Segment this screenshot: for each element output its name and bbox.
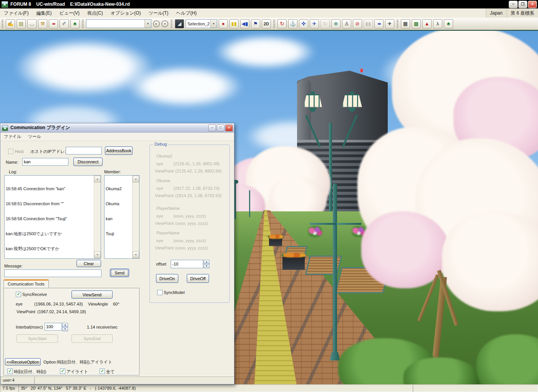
model-tool-button[interactable]: ⚒ xyxy=(38,19,47,28)
interval-spinner[interactable]: ▲▼ xyxy=(62,323,68,331)
disconnect-button[interactable]: Disconnect xyxy=(73,158,103,166)
chevron-down-icon[interactable]: ▼ xyxy=(210,20,217,28)
name-input[interactable] xyxy=(22,158,68,166)
map-grid-button[interactable]: ▩ xyxy=(412,19,421,28)
member-item[interactable]: Okuma xyxy=(106,201,132,206)
close-button[interactable]: × xyxy=(528,1,537,8)
host-ip-input[interactable] xyxy=(66,147,102,154)
send-button[interactable]: Send xyxy=(110,269,129,277)
dialog-titlebar[interactable]: Communication プラグイン – □ × xyxy=(0,123,234,133)
syncreceive-checkbox[interactable]: ✓ xyxy=(16,292,21,297)
spin-down-icon[interactable]: ▼ xyxy=(62,327,68,331)
dialog-minimize-button[interactable]: – xyxy=(208,125,216,131)
road-edit-button[interactable]: ▦ xyxy=(401,19,410,28)
scroll-down-icon[interactable]: ▼ xyxy=(133,251,139,258)
debug-eye-value: (2917.22, 1.08, 8733.70) xyxy=(173,186,219,191)
rotate-view-button[interactable]: ↻ xyxy=(277,19,287,28)
globe-icon: ⊕ xyxy=(334,21,338,27)
pan-view-button[interactable]: ✜ xyxy=(299,19,308,28)
helicopter-view-button[interactable]: ✈ xyxy=(310,19,319,28)
scroll-up-icon[interactable]: ▲ xyxy=(133,176,139,183)
dialog-menu-file[interactable]: ファイル xyxy=(0,133,25,141)
scroll-down-icon[interactable]: ▼ xyxy=(94,251,101,258)
dialog-close-button[interactable]: × xyxy=(225,125,233,131)
log-scrollbar[interactable]: ▲ ▼ xyxy=(94,176,101,258)
receiveoption-button[interactable]: <<ReceiveOption xyxy=(5,358,41,365)
rewind-button[interactable]: ◀▮ xyxy=(240,19,249,28)
pause-traffic-button[interactable]: ▮▮ xyxy=(229,19,239,28)
spin-down-icon[interactable]: ▼ xyxy=(204,264,209,268)
clear-button[interactable]: Clear xyxy=(76,260,101,267)
anchor-view-button[interactable]: ⚓ xyxy=(288,19,297,28)
log-line: kan:地形は2500でよいですか xyxy=(6,231,93,236)
drive-car-button[interactable]: ●● xyxy=(374,19,384,28)
traffic-cars-button[interactable]: ●● xyxy=(49,19,58,28)
flag-button[interactable]: ⚑ xyxy=(251,19,260,28)
member-item[interactable]: kan xyxy=(106,216,132,221)
member-item[interactable]: Okuma2 xyxy=(106,186,132,191)
no-entry-button[interactable]: ⊘ xyxy=(353,19,362,28)
drafting-button[interactable]: ✍ xyxy=(6,19,15,28)
scene-button[interactable]: ◢ xyxy=(175,19,184,28)
spin-up-icon[interactable]: ▲ xyxy=(62,323,68,327)
restore-button[interactable]: ❒ xyxy=(518,1,527,8)
debug-viewpoint-label: ViewPoint xyxy=(155,246,174,250)
chevron-down-icon[interactable]: ▼ xyxy=(144,20,151,28)
minimize-button[interactable]: – xyxy=(509,1,518,8)
pause-sim-button[interactable]: ▮▮ xyxy=(364,19,373,28)
play-round-button[interactable]: ▶ xyxy=(153,20,160,27)
mode-2d-button[interactable]: 2D xyxy=(262,19,271,28)
spin-up-icon[interactable]: ▲ xyxy=(204,260,209,264)
driveon-button[interactable]: DriveOn xyxy=(156,274,178,283)
menu-help[interactable]: ヘルプ(H) xyxy=(172,8,201,18)
menu-edit[interactable]: 編集(E) xyxy=(32,8,55,18)
viewsend-button[interactable]: ViewSend xyxy=(71,291,113,299)
pedestrian-button[interactable]: λ xyxy=(433,19,442,28)
tower-button[interactable]: ▲ xyxy=(422,19,432,28)
globe-button[interactable]: ⊕ xyxy=(331,19,340,28)
selection-combo[interactable]: Selection_2 ▼ xyxy=(186,19,217,28)
tree-export-button[interactable]: ♣ xyxy=(70,19,80,28)
lamp-head xyxy=(342,91,362,112)
driveoff-button[interactable]: DriveOff xyxy=(187,274,209,283)
menu-view[interactable]: ビュー(V) xyxy=(55,8,83,18)
person-view-button[interactable]: ♙ xyxy=(342,19,351,28)
menu-file[interactable]: ファイル(F) xyxy=(0,8,32,18)
addressbook-button[interactable]: AddressBook xyxy=(105,146,133,155)
tree-button[interactable]: ♣ xyxy=(444,19,453,28)
menu-options[interactable]: オプション(O) xyxy=(107,8,145,18)
map-note-button[interactable]: ▤ xyxy=(17,19,26,28)
syncmodel-checkbox[interactable] xyxy=(157,290,163,295)
message-input[interactable] xyxy=(4,269,101,277)
paint-button[interactable]: ✐ xyxy=(60,19,69,28)
traffic-light-button[interactable]: ● xyxy=(219,19,228,28)
offset-spinner[interactable]: ▲▼ xyxy=(204,260,209,268)
member-item[interactable]: Tsuji xyxy=(106,231,132,236)
stop-round-button[interactable]: ■ xyxy=(161,20,168,27)
tab-comunication-tools[interactable]: Comunication Tools xyxy=(3,279,49,288)
syncstart-button[interactable]: SyncStart xyxy=(17,334,58,343)
dialog-maximize-button[interactable]: □ xyxy=(217,125,224,131)
host-checkbox[interactable] xyxy=(8,149,13,154)
selection-combo-value: Selection_2 xyxy=(186,22,210,26)
free-rotate-button[interactable]: ↻ xyxy=(320,19,330,28)
member-scrollbar[interactable]: ▲ ▼ xyxy=(132,176,139,258)
syncend-button[interactable]: SyncEnd xyxy=(71,334,113,343)
interval-input[interactable] xyxy=(45,323,62,331)
menu-viewpoint[interactable]: 視点(C) xyxy=(83,8,107,18)
eyelight-checkbox[interactable]: ✓ xyxy=(60,369,65,374)
member-listbox[interactable]: Okuma2 Okuma kan Tsuji ▲ ▼ xyxy=(104,175,139,259)
scroll-up-icon[interactable]: ▲ xyxy=(94,176,101,183)
menu-tools[interactable]: ツール(T) xyxy=(144,8,172,18)
boat-button[interactable]: ◡ xyxy=(27,19,37,28)
rewind-icon: ◀▮ xyxy=(241,21,248,27)
time-checkbox[interactable]: ✓ xyxy=(7,369,13,374)
syncreceive-label: SyncReceive xyxy=(22,292,47,297)
offset-input[interactable] xyxy=(171,260,203,268)
helicopter-icon: ✈ xyxy=(312,21,317,27)
fly-plane-button[interactable]: ✈ xyxy=(385,19,394,28)
log-listbox[interactable]: 16:58:45 Connection from "kan" 16:58:51 … xyxy=(4,175,101,259)
dialog-menu-tools[interactable]: ツール xyxy=(25,133,45,141)
history-combo[interactable]: ▼ xyxy=(86,19,151,28)
all-checkbox[interactable]: ✓ xyxy=(100,369,105,374)
